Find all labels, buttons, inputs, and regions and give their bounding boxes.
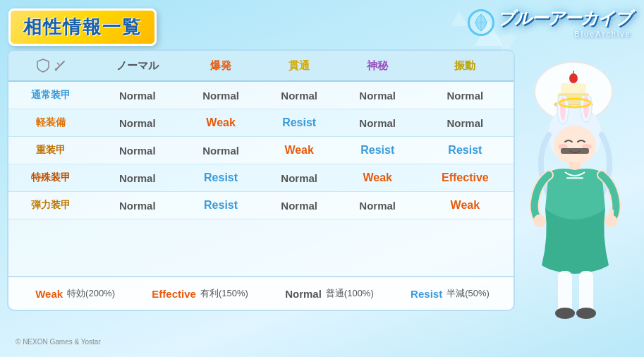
legend-bar: Weak特効(200%)Effective有利(150%)Normal普通(10… <box>8 276 515 310</box>
logo-area: ブルーアーカイブ BlueArchive <box>468 7 631 38</box>
table-cell: Resist <box>339 137 417 164</box>
table-cell: Normal <box>93 81 182 109</box>
logo-sub-text: BlueArchive <box>497 30 631 38</box>
row-label: 弾力装甲 <box>8 192 93 219</box>
svg-line-3 <box>57 63 59 65</box>
table-row: 弾力装甲NormalResistNormalNormalWeak <box>8 192 514 219</box>
svg-point-31 <box>576 308 596 319</box>
legend-item: Weak特効(200%) <box>35 287 115 300</box>
title-banner: 相性情報一覧 <box>8 8 157 46</box>
table-cell: Weak <box>339 164 417 192</box>
deco-triangle-2 <box>451 11 468 26</box>
table-cell: Normal <box>417 109 514 137</box>
svg-rect-29 <box>579 271 593 313</box>
page-title: 相性情報一覧 <box>23 16 142 37</box>
legend-desc: 特効(200%) <box>67 287 115 300</box>
sword-icon <box>54 59 66 72</box>
table-cell: Normal <box>93 192 182 219</box>
th-normal: ノーマル <box>93 51 182 81</box>
character-svg <box>510 96 637 322</box>
table-cell: Normal <box>260 192 339 219</box>
table-row: 重装甲NormalNormalWeakResistResist <box>8 137 514 164</box>
table-row: 軽装備NormalWeakResistNormalNormal <box>8 109 514 137</box>
row-label: 重装甲 <box>8 137 93 164</box>
legend-desc: 半減(50%) <box>446 287 490 300</box>
legend-item: Resist半減(50%) <box>411 287 490 300</box>
table-cell: Weak <box>182 109 260 137</box>
svg-point-4 <box>55 68 58 71</box>
logo-circle <box>468 9 494 36</box>
svg-rect-22 <box>561 148 589 154</box>
svg-point-12 <box>569 73 578 83</box>
affinity-table-container: ノーマル 爆発 貫通 神秘 振動 通常装甲NormalNormalNormalN… <box>7 49 515 311</box>
table-cell: Resist <box>260 109 339 137</box>
table-cell: Effective <box>417 164 514 192</box>
logo-wrapper: ブルーアーカイブ BlueArchive <box>468 7 631 38</box>
th-shinpi: 神秘 <box>339 51 417 81</box>
legend-item: Normal普通(100%) <box>285 287 374 300</box>
table-cell: Resist <box>182 192 260 219</box>
row-label: 特殊装甲 <box>8 164 93 192</box>
table-cell: Weak <box>260 137 339 164</box>
affinity-table: ノーマル 爆発 貫通 神秘 振動 通常装甲NormalNormalNormalN… <box>8 51 514 219</box>
table-cell: Normal <box>339 192 417 219</box>
table-cell: Resist <box>417 137 514 164</box>
copyright-text: © NEXON Games & Yostar <box>16 338 101 346</box>
table-row: 通常装甲NormalNormalNormalNormalNormal <box>8 81 514 109</box>
table-cell: Normal <box>260 81 339 109</box>
legend-item: Effective有利(150%) <box>152 287 248 300</box>
row-label: 軽装備 <box>8 109 93 137</box>
table-cell: Normal <box>260 164 339 192</box>
shield-icon <box>35 58 51 73</box>
main-content: ノーマル 爆発 貫通 神秘 振動 通常装甲NormalNormalNormalN… <box>7 49 637 350</box>
svg-rect-24 <box>566 177 583 179</box>
svg-rect-11 <box>561 83 586 93</box>
svg-rect-27 <box>609 209 614 222</box>
table-row: 特殊装甲NormalResistNormalWeakEffective <box>8 164 514 192</box>
legend-label: Normal <box>285 288 322 300</box>
table-cell: Weak <box>417 192 514 219</box>
legend-label: Effective <box>152 288 196 300</box>
th-bakuhatsu: 爆発 <box>182 51 260 81</box>
svg-point-30 <box>555 308 575 319</box>
row-label: 通常装甲 <box>8 81 93 109</box>
legend-label: Weak <box>35 288 63 300</box>
table-cell: Resist <box>182 164 260 192</box>
character-area <box>503 42 637 350</box>
logo-main-text: ブルーアーカイブ <box>497 7 631 30</box>
icon-group <box>13 58 89 73</box>
table-cell: Normal <box>417 81 514 109</box>
svg-point-25 <box>533 214 546 227</box>
logo-circle-svg <box>470 11 492 34</box>
table-header-row: ノーマル 爆発 貫通 神秘 振動 <box>8 51 514 81</box>
th-kantsuu: 貫通 <box>260 51 339 81</box>
legend-desc: 普通(100%) <box>326 287 374 300</box>
legend-label: Resist <box>411 288 442 300</box>
table-cell: Normal <box>339 109 417 137</box>
table-cell: Normal <box>93 137 182 164</box>
svg-rect-28 <box>558 271 572 313</box>
legend-desc: 有利(150%) <box>200 287 248 300</box>
table-cell: Normal <box>182 137 260 164</box>
table-cell: Normal <box>93 164 182 192</box>
table-cell: Normal <box>182 81 260 109</box>
th-armor-icon <box>8 51 93 81</box>
th-shindo: 振動 <box>417 51 514 81</box>
table-cell: Normal <box>339 81 417 109</box>
table-cell: Normal <box>93 109 182 137</box>
